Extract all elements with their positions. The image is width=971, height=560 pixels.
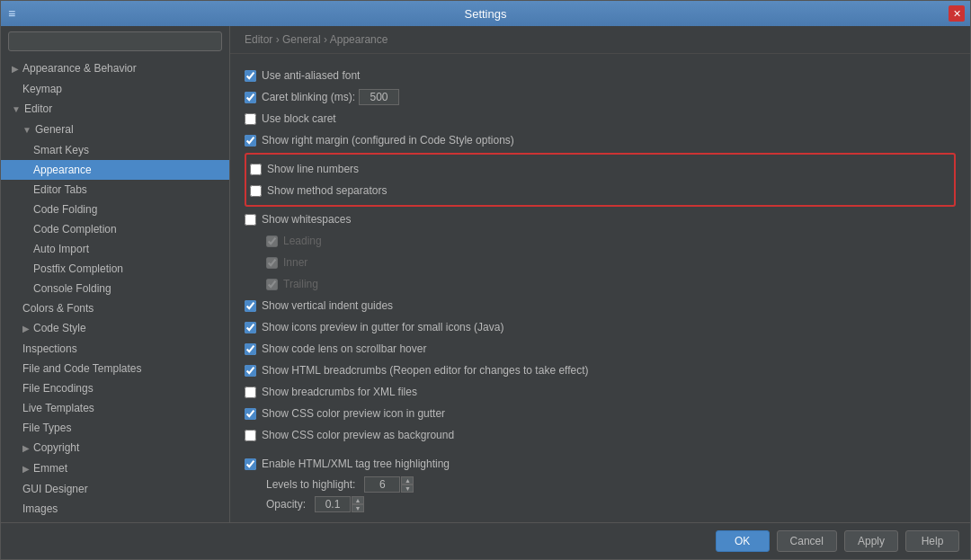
- settings-window: ≡ Settings ✕ ▶Appearance & Behavior Keym…: [0, 0, 971, 560]
- label-css-color-icon[interactable]: Show CSS color preview icon in gutter: [262, 404, 445, 422]
- sidebar-item-file-encodings[interactable]: File Encodings: [1, 378, 229, 398]
- help-button[interactable]: Help: [905, 530, 959, 552]
- highlight-box: Show line numbers Show method separators: [245, 153, 956, 207]
- sidebar-item-code-completion[interactable]: Code Completion: [1, 219, 229, 239]
- sidebar-item-smart-keys[interactable]: Smart Keys: [1, 140, 229, 160]
- option-css-color-icon: Show CSS color preview icon in gutter: [245, 404, 956, 422]
- label-line-numbers[interactable]: Show line numbers: [267, 160, 359, 178]
- option-leading: Leading: [266, 232, 956, 250]
- option-icons-preview: Show icons preview in gutter for small i…: [245, 318, 956, 336]
- sidebar-item-editor[interactable]: ▼Editor: [1, 99, 229, 120]
- option-trailing: Trailing: [266, 275, 956, 293]
- apply-button[interactable]: Apply: [844, 530, 898, 552]
- sidebar-item-general[interactable]: ▼General: [1, 120, 229, 140]
- sidebar-item-appearance-behavior[interactable]: ▶Appearance & Behavior: [1, 58, 229, 79]
- sidebar-item-editor-tabs[interactable]: Editor Tabs: [1, 180, 229, 200]
- levels-decrement[interactable]: ▼: [401, 484, 414, 493]
- sidebar-item-colors-fonts[interactable]: Colors & Fonts: [1, 298, 229, 318]
- label-whitespaces[interactable]: Show whitespaces: [262, 210, 351, 228]
- levels-spinner-buttons: ▲ ▼: [401, 476, 414, 493]
- label-block-caret[interactable]: Use block caret: [262, 110, 336, 128]
- sidebar-item-postfix-completion[interactable]: Postfix Completion: [1, 259, 229, 279]
- checkbox-html-tag-tree[interactable]: [245, 458, 256, 470]
- checkbox-block-caret[interactable]: [245, 113, 256, 125]
- checkbox-anti-aliased[interactable]: [245, 70, 256, 82]
- expand-arrow: ▼: [12, 102, 21, 118]
- checkbox-breadcrumbs-xml[interactable]: [245, 387, 256, 398]
- label-leading: Leading: [283, 232, 322, 250]
- sidebar-item-code-folding[interactable]: Code Folding: [1, 200, 229, 219]
- ok-button[interactable]: OK: [716, 530, 770, 552]
- sidebar-item-copyright[interactable]: ▶Copyright: [1, 438, 229, 458]
- checkbox-whitespaces[interactable]: [245, 214, 256, 226]
- expand-arrow: ▶: [22, 440, 30, 457]
- sidebar-item-appearance[interactable]: Appearance: [1, 160, 229, 180]
- levels-increment[interactable]: ▲: [401, 476, 414, 484]
- label-method-separators[interactable]: Show method separators: [267, 182, 387, 200]
- sidebar: ▶Appearance & Behavior Keymap ▼Editor ▼G…: [1, 26, 230, 522]
- opacity-label: Opacity:: [266, 498, 306, 511]
- checkbox-css-color-bg[interactable]: [245, 430, 256, 441]
- sidebar-item-images[interactable]: Images: [1, 499, 229, 519]
- option-vertical-indent: Show vertical indent guides: [245, 297, 956, 315]
- opacity-input[interactable]: 0.1: [315, 496, 351, 512]
- checkbox-method-separators[interactable]: [250, 185, 262, 197]
- label-icons-preview[interactable]: Show icons preview in gutter for small i…: [262, 318, 503, 336]
- expand-arrow: ▼: [22, 122, 31, 138]
- label-breadcrumbs-xml[interactable]: Show breadcrumbs for XML files: [262, 383, 417, 401]
- tree-container: ▶Appearance & Behavior Keymap ▼Editor ▼G…: [1, 57, 229, 522]
- option-method-separators: Show method separators: [250, 182, 950, 200]
- sidebar-item-code-style[interactable]: ▶Code Style: [1, 318, 229, 339]
- search-input[interactable]: [8, 31, 222, 51]
- label-code-lens[interactable]: Show code lens on scrollbar hover: [262, 340, 426, 358]
- sidebar-item-inspections[interactable]: Inspections: [1, 339, 229, 359]
- option-right-margin: Show right margin (configured in Code St…: [245, 131, 956, 149]
- option-block-caret: Use block caret: [245, 110, 956, 128]
- opacity-increment[interactable]: ▲: [352, 496, 364, 504]
- title-bar: ≡ Settings ✕: [1, 1, 970, 26]
- breadcrumb: Editor › General › Appearance: [230, 26, 970, 54]
- opacity-decrement[interactable]: ▼: [352, 504, 364, 512]
- label-caret-blink[interactable]: Caret blinking (ms):: [262, 88, 355, 106]
- checkbox-vertical-indent[interactable]: [245, 300, 256, 312]
- sidebar-item-keymap[interactable]: Keymap: [1, 79, 229, 99]
- expand-arrow: ▶: [22, 461, 30, 477]
- sidebar-item-live-templates[interactable]: Live Templates: [1, 398, 229, 418]
- sidebar-item-console-folding[interactable]: Console Folding: [1, 279, 229, 298]
- footer: OK Cancel Apply Help: [1, 522, 970, 559]
- checkbox-css-color-icon[interactable]: [245, 408, 256, 420]
- sidebar-item-auto-import[interactable]: Auto Import: [1, 239, 229, 259]
- caret-blink-input[interactable]: [359, 89, 399, 105]
- app-logo: ≡: [8, 6, 15, 21]
- close-button[interactable]: ✕: [949, 5, 965, 22]
- checkbox-code-lens[interactable]: [245, 343, 256, 355]
- label-inner: Inner: [283, 253, 307, 271]
- label-right-margin[interactable]: Show right margin (configured in Code St…: [262, 131, 514, 149]
- levels-spinner: 6 ▲ ▼: [364, 476, 414, 493]
- window-title: Settings: [465, 7, 507, 21]
- sidebar-item-emmet[interactable]: ▶Emmet: [1, 458, 229, 479]
- label-css-color-bg[interactable]: Show CSS color preview as background: [262, 426, 454, 444]
- cancel-button[interactable]: Cancel: [777, 530, 837, 552]
- sidebar-item-gui-designer[interactable]: GUI Designer: [1, 479, 229, 499]
- checkbox-html-breadcrumbs[interactable]: [245, 365, 256, 377]
- label-html-tag-tree[interactable]: Enable HTML/XML tag tree highlighting: [262, 455, 450, 473]
- label-html-breadcrumbs[interactable]: Show HTML breadcrumbs (Reopen editor for…: [262, 361, 589, 379]
- checkbox-leading[interactable]: [266, 236, 278, 247]
- checkbox-inner[interactable]: [266, 257, 278, 269]
- checkbox-trailing[interactable]: [266, 279, 278, 290]
- checkbox-icons-preview[interactable]: [245, 322, 256, 333]
- sidebar-item-file-code-templates[interactable]: File and Code Templates: [1, 359, 229, 378]
- checkbox-caret-blink[interactable]: [245, 92, 256, 103]
- label-anti-aliased[interactable]: Use anti-aliased font: [262, 67, 360, 84]
- levels-label: Levels to highlight:: [266, 478, 355, 491]
- checkbox-line-numbers[interactable]: [250, 164, 262, 175]
- option-caret-blink: Caret blinking (ms):: [245, 88, 956, 106]
- sidebar-item-file-types[interactable]: File Types: [1, 418, 229, 438]
- content-area: ▶Appearance & Behavior Keymap ▼Editor ▼G…: [1, 26, 970, 522]
- label-vertical-indent[interactable]: Show vertical indent guides: [262, 297, 393, 315]
- settings-content: Use anti-aliased font Caret blinking (ms…: [230, 54, 970, 522]
- opacity-spinner-buttons: ▲ ▼: [352, 496, 364, 512]
- checkbox-right-margin[interactable]: [245, 135, 256, 147]
- levels-input[interactable]: 6: [364, 476, 400, 493]
